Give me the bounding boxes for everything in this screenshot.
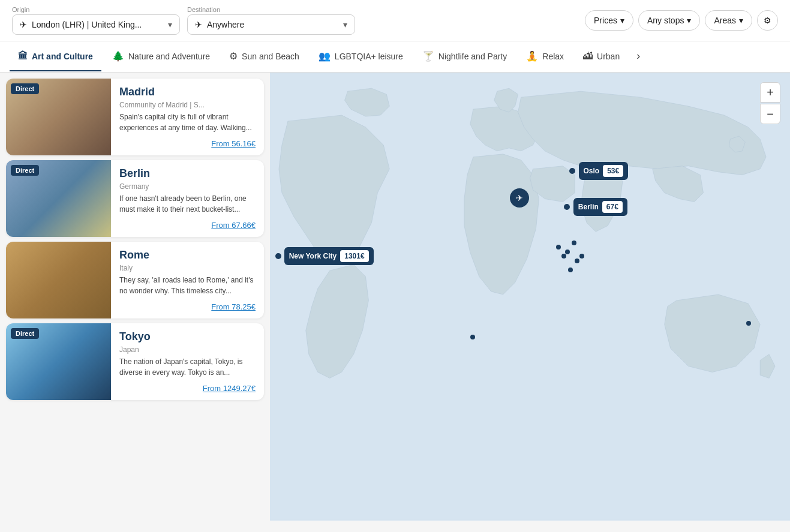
card-city: Rome	[119, 249, 256, 262]
map-controls: + −	[760, 82, 780, 124]
card-region: Germany	[119, 182, 256, 191]
stops-label: Any stops	[647, 16, 684, 25]
berlin-map-pin[interactable]: Berlin 67€	[564, 198, 627, 216]
card-description: They say, 'all roads lead to Rome,' and …	[119, 275, 256, 296]
card-region: Japan	[119, 345, 256, 354]
berlin-price: 67€	[602, 201, 623, 213]
category-tab-relax[interactable]: 🧘Relax	[518, 42, 572, 71]
prices-label: Prices	[594, 16, 617, 25]
card-description: The nation of Japan's capital, Tokyo, is…	[119, 356, 256, 378]
card-description: Spain's capital city is full of vibrant …	[119, 112, 256, 133]
origin-plane-icon: ✈	[516, 193, 523, 203]
card-image: Direct	[6, 323, 111, 400]
category-tab-nature[interactable]: 🌲Nature and Adventure	[104, 42, 218, 71]
category-tab-art[interactable]: 🏛Art and Culture	[10, 43, 101, 71]
origin-value: London (LHR) | United King...	[32, 20, 142, 29]
origin-dest-fields: Origin ✈ London (LHR) | United King... ▾…	[12, 6, 578, 35]
cat-label: Art and Culture	[32, 52, 93, 61]
stops-button[interactable]: Any stops ▾	[638, 10, 700, 31]
map-panel: + − ✈ Oslo 53€ Berlin 67€ New York City …	[270, 73, 790, 521]
destination-field-group: Destination ✈ Anywhere ▾	[187, 6, 355, 35]
direct-badge: Direct	[11, 83, 39, 94]
origin-label: Origin	[12, 6, 180, 13]
origin-field-group: Origin ✈ London (LHR) | United King... ▾	[12, 6, 180, 35]
card-image	[6, 242, 111, 318]
areas-label: Areas	[714, 16, 736, 25]
map-scatter-dot-2	[565, 250, 570, 254]
plane-depart-icon: ✈	[20, 20, 27, 29]
cat-label: Urban	[597, 52, 620, 61]
relax-icon: 🧘	[526, 50, 538, 62]
card-description: If one hasn't already been to Berlin, on…	[119, 193, 256, 215]
card-body: Madrid Community of Madrid | S... Spain'…	[111, 79, 264, 155]
destination-select[interactable]: ✈ Anywhere ▾	[187, 14, 355, 35]
header: Origin ✈ London (LHR) | United King... ▾…	[0, 0, 790, 41]
direct-badge: Direct	[11, 328, 39, 339]
card-city: Berlin	[119, 167, 256, 180]
more-categories-button[interactable]: ›	[630, 41, 646, 72]
areas-button[interactable]: Areas ▾	[705, 10, 752, 31]
destination-chevron-icon: ▾	[343, 20, 347, 29]
nyc-map-pin[interactable]: New York City 1301€	[275, 247, 374, 265]
zoom-out-button[interactable]: −	[760, 104, 780, 124]
nyc-dot	[275, 253, 281, 259]
category-tabs: 🏛Art and Culture🌲Nature and Adventure⚙Su…	[0, 41, 790, 73]
origin-select[interactable]: ✈ London (LHR) | United King... ▾	[12, 14, 180, 35]
map-scatter-dot-1	[561, 254, 566, 259]
oslo-map-pin[interactable]: Oslo 53€	[569, 162, 629, 180]
card-body: Tokyo Japan The nation of Japan's capita…	[111, 323, 264, 400]
card-body: Rome Italy They say, 'all roads lead to …	[111, 242, 264, 318]
nyc-city: New York City	[289, 252, 337, 260]
berlin-pin-label: Berlin 67€	[573, 198, 627, 216]
direct-badge: Direct	[11, 165, 39, 176]
card-region: Community of Madrid | S...	[119, 101, 256, 109]
card-region: Italy	[119, 264, 256, 272]
destination-value: Anywhere	[207, 20, 244, 29]
category-tab-urban[interactable]: 🏙Urban	[575, 43, 628, 71]
map-scatter-dot-7	[746, 321, 751, 326]
map-scatter-dot-6	[568, 267, 573, 272]
destination-card[interactable]: Rome Italy They say, 'all roads lead to …	[6, 242, 264, 318]
nature-icon: 🌲	[112, 50, 124, 62]
oslo-price: 53€	[603, 165, 623, 177]
cat-label: Relax	[542, 52, 564, 61]
map-scatter-dot-8	[470, 335, 475, 339]
zoom-in-button[interactable]: +	[760, 82, 780, 103]
destination-card[interactable]: Direct Tokyo Japan The nation of Japan's…	[6, 323, 264, 400]
prices-button[interactable]: Prices ▾	[585, 10, 633, 31]
sun-icon: ⚙	[229, 50, 238, 62]
destination-card[interactable]: Direct Madrid Community of Madrid | S...…	[6, 79, 264, 155]
cat-label: Sun and Beach	[242, 52, 299, 61]
card-price[interactable]: From 78.25€	[119, 302, 256, 311]
world-map	[270, 73, 790, 521]
areas-chevron-icon: ▾	[739, 16, 743, 25]
destination-card[interactable]: Direct Berlin Germany If one hasn't alre…	[6, 160, 264, 237]
category-tab-lgbtq[interactable]: 👥LGBTQIA+ leisure	[310, 42, 411, 71]
card-city: Tokyo	[119, 330, 256, 343]
card-city: Madrid	[119, 86, 256, 98]
nyc-price: 1301€	[340, 250, 368, 262]
card-price[interactable]: From 67.66€	[119, 221, 256, 230]
card-price[interactable]: From 1249.27€	[119, 384, 256, 393]
berlin-dot	[564, 204, 570, 210]
oslo-dot	[569, 168, 575, 174]
plane-arrive-icon: ✈	[195, 20, 202, 29]
filter-buttons: Prices ▾ Any stops ▾ Areas ▾ ⚙	[585, 10, 778, 31]
map-scatter-dot-5	[579, 254, 584, 259]
oslo-pin-label: Oslo 53€	[579, 162, 629, 180]
cat-label: LGBTQIA+ leisure	[335, 52, 403, 61]
destination-label: Destination	[187, 6, 355, 13]
cat-label: Nature and Adventure	[128, 52, 210, 61]
card-price[interactable]: From 56.16€	[119, 139, 256, 148]
cat-label: Nightlife and Party	[438, 52, 507, 61]
oslo-city: Oslo	[584, 167, 600, 175]
category-tab-nightlife[interactable]: 🍸Nightlife and Party	[414, 42, 515, 71]
prices-chevron-icon: ▾	[620, 16, 624, 25]
origin-chevron-icon: ▾	[168, 20, 172, 29]
stops-chevron-icon: ▾	[687, 16, 691, 25]
advanced-filter-button[interactable]: ⚙	[757, 10, 778, 31]
map-scatter-dot-4	[575, 259, 579, 263]
card-image: Direct	[6, 79, 111, 155]
category-tab-sun[interactable]: ⚙Sun and Beach	[221, 42, 308, 71]
berlin-city: Berlin	[578, 203, 599, 211]
